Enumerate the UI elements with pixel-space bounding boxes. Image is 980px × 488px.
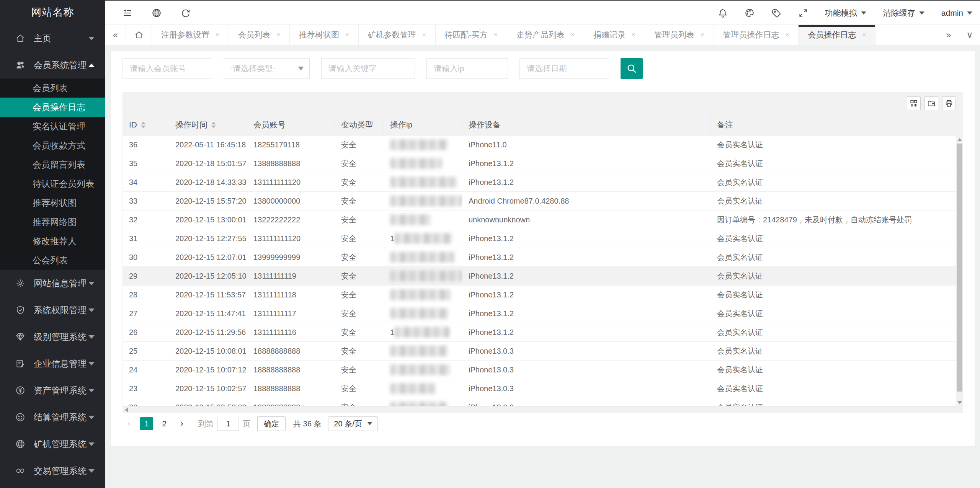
sidebar-item-网站信息管理[interactable]: 网站信息管理 (0, 270, 105, 297)
sidebar-subitem-会员操作日志[interactable]: 会员操作日志 (0, 98, 105, 117)
page-button-1[interactable]: 1 (140, 417, 153, 430)
table-toolbar (123, 92, 963, 114)
sidebar-subitem-会员列表[interactable]: 会员列表 (0, 78, 105, 98)
table-row[interactable]: 282020-12-15 11:53:5713111111118安全iPhone… (123, 286, 963, 304)
tab-管理员列表[interactable]: 管理员列表× (645, 25, 714, 45)
sidebar-subitem-待认证会员列表[interactable]: 待认证会员列表 (0, 174, 105, 193)
tag-icon[interactable] (771, 8, 781, 18)
close-icon[interactable]: × (632, 31, 635, 39)
search-button[interactable] (621, 58, 643, 79)
close-icon[interactable]: × (786, 31, 789, 39)
column-header-操作时间[interactable]: 操作时间 (169, 114, 247, 135)
menu-function-simulate[interactable]: 功能模拟 (825, 8, 866, 18)
table-row[interactable]: 262020-12-15 11:29:5613111111116安全1iPhon… (123, 323, 963, 342)
tab-推荐树状图[interactable]: 推荐树状图× (290, 25, 359, 45)
keyword-input[interactable] (321, 58, 415, 79)
tab-home[interactable] (126, 25, 152, 45)
sidebar-item-企业信息管理[interactable]: 企业信息管理 (0, 350, 105, 377)
confirm-button[interactable]: 确定 (257, 416, 286, 431)
page-size-select[interactable]: 20 条/页 (328, 416, 377, 431)
prev-page-button[interactable]: ‹ (122, 417, 136, 430)
tabs-scroll-right-button[interactable]: » (938, 25, 959, 45)
close-icon[interactable]: × (345, 31, 349, 39)
table-row[interactable]: 222020-12-15 09:52:3218888888888安全iPhone… (123, 398, 963, 406)
cell-ip (384, 304, 462, 323)
close-icon[interactable]: × (701, 31, 704, 39)
sidebar-item-交易管理系统[interactable]: 交易管理系统 (0, 457, 105, 484)
scroll-left-arrow-icon[interactable] (125, 408, 128, 412)
menu-admin[interactable]: admin (941, 8, 972, 18)
fullscreen-icon[interactable] (798, 8, 808, 18)
table-row[interactable]: 342020-12-18 14:33:33131111111120安全iPhon… (123, 173, 963, 192)
sidebar-subitem-会员留言列表[interactable]: 会员留言列表 (0, 155, 105, 174)
cell-type: 安全 (335, 323, 384, 341)
table-row[interactable]: 312020-12-15 12:27:55131111111120安全1iPho… (123, 229, 963, 248)
tab-会员列表[interactable]: 会员列表× (229, 25, 290, 45)
tab-矿机参数管理[interactable]: 矿机参数管理× (359, 25, 436, 45)
sidebar-item-系统权限管理[interactable]: 系统权限管理 (0, 297, 105, 323)
menu-clear-cache[interactable]: 清除缓存 (883, 8, 924, 18)
close-icon[interactable]: × (422, 31, 426, 39)
tab-走势产品列表[interactable]: 走势产品列表× (507, 25, 584, 45)
table-row[interactable]: 322020-12-15 13:00:0113222222222安全unknow… (123, 211, 963, 229)
globe-icon[interactable] (152, 8, 162, 18)
table-row[interactable]: 332020-12-15 15:57:2013800000000安全Androi… (123, 192, 963, 211)
sidebar-item-资产管理系统[interactable]: 资产管理系统 (0, 377, 105, 404)
tab-注册参数设置[interactable]: 注册参数设置× (152, 25, 229, 45)
close-icon[interactable]: × (571, 31, 575, 39)
print-button[interactable] (942, 96, 956, 110)
bell-icon[interactable] (718, 8, 728, 18)
tab-管理员操作日志[interactable]: 管理员操作日志× (714, 25, 799, 45)
sidebar-item-会员系统管理[interactable]: 会员系统管理 (0, 52, 105, 78)
vertical-scrollbar[interactable] (956, 136, 963, 406)
sidebar-item-矿机管理系统[interactable]: 矿机管理系统 (0, 431, 105, 457)
sidebar-item-级别管理系统[interactable]: 级别管理系统 (0, 323, 105, 350)
table-row[interactable]: 272020-12-15 11:47:4113111111117安全iPhone… (123, 304, 963, 323)
date-input[interactable] (519, 58, 609, 79)
sidebar-subitem-推荐树状图[interactable]: 推荐树状图 (0, 193, 105, 212)
scrollbar-thumb[interactable] (957, 144, 962, 392)
sort-icon[interactable] (141, 122, 145, 128)
search-icon (626, 63, 637, 74)
table-row[interactable]: 232020-12-15 10:02:5718888888888安全iPhone… (123, 379, 963, 398)
palette-icon[interactable] (745, 8, 755, 18)
scroll-down-arrow-icon[interactable] (957, 401, 962, 404)
sidebar-item-主页[interactable]: 主页 (0, 25, 105, 52)
sidebar-subitem-实名认证管理[interactable]: 实名认证管理 (0, 117, 105, 136)
tabs-scroll-left-button[interactable]: « (105, 25, 126, 45)
type-select[interactable]: -请选择类型- (223, 58, 310, 79)
ip-input[interactable] (426, 58, 508, 79)
close-icon[interactable]: × (494, 31, 498, 39)
page-button-2[interactable]: 2 (158, 417, 171, 430)
member-account-input[interactable] (122, 58, 211, 79)
censored-ip (390, 308, 448, 319)
sidebar-subitem-推荐网络图[interactable]: 推荐网络图 (0, 212, 105, 232)
column-header-ID[interactable]: ID (123, 114, 169, 135)
sidebar-subitem-公会列表[interactable]: 公会列表 (0, 251, 105, 270)
refresh-icon[interactable] (181, 8, 191, 18)
table-row[interactable]: 292020-12-15 12:05:1013111111119安全iPhone… (123, 267, 963, 286)
collapse-menu-icon[interactable] (122, 8, 132, 18)
tab-待匹配-买方[interactable]: 待匹配-买方× (436, 25, 507, 45)
table-row[interactable]: 252020-12-15 10:08:0118888888888安全iPhone… (123, 342, 963, 361)
table-row[interactable]: 352020-12-18 15:01:5713888888888安全iPhone… (123, 154, 963, 173)
horizontal-scrollbar[interactable] (123, 406, 963, 413)
close-icon[interactable]: × (276, 31, 280, 39)
sidebar-item-结算管理系统[interactable]: 结算管理系统 (0, 404, 105, 431)
next-page-button[interactable]: › (175, 417, 188, 430)
sidebar-subitem-修改推荐人[interactable]: 修改推荐人 (0, 232, 105, 251)
toggle-columns-button[interactable] (907, 96, 921, 110)
tab-会员操作日志[interactable]: 会员操作日志× (799, 25, 875, 45)
table-row[interactable]: 302020-12-15 12:07:0113999999999安全iPhone… (123, 248, 963, 267)
tab-捐赠记录[interactable]: 捐赠记录× (584, 25, 645, 45)
close-icon[interactable]: × (862, 31, 866, 39)
table-row[interactable]: 362022-05-11 16:45:1818255179118安全iPhone… (123, 135, 963, 154)
export-button[interactable] (924, 96, 938, 110)
goto-page-input[interactable] (217, 417, 239, 431)
close-icon[interactable]: × (216, 31, 219, 39)
table-row[interactable]: 242020-12-15 10:07:1218888888888安全iPhone… (123, 361, 963, 379)
sidebar-subitem-会员收款方式[interactable]: 会员收款方式 (0, 136, 105, 155)
scroll-up-arrow-icon[interactable] (957, 138, 962, 141)
sort-icon[interactable] (211, 122, 216, 128)
tabs-dropdown-button[interactable]: ∨ (959, 25, 980, 45)
